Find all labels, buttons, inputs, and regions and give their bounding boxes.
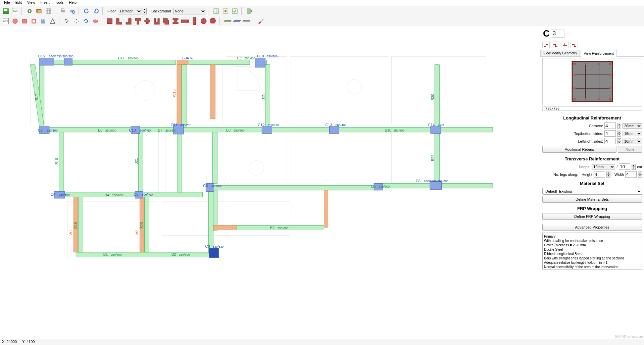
- advanced-properties-button[interactable]: Advanced Properties: [542, 224, 642, 231]
- menu-view[interactable]: View: [24, 0, 38, 6]
- menu-file[interactable]: File: [1, 0, 13, 6]
- lr-dia-select[interactable]: 16mm: [623, 139, 642, 144]
- column-rect-button[interactable]: [105, 17, 114, 26]
- define-material-button[interactable]: Define Material Sets: [542, 196, 642, 203]
- svg-text:B3: B3: [270, 226, 275, 230]
- cad-import-1[interactable]: DWG: [1, 17, 10, 26]
- floor-down[interactable]: ▼: [143, 11, 147, 14]
- material-select[interactable]: Default_Existing: [542, 188, 642, 195]
- print-button[interactable]: [58, 7, 67, 15]
- tb-dia-select[interactable]: 16mm: [623, 131, 642, 136]
- grid-button[interactable]: [44, 7, 53, 15]
- menu-edit[interactable]: Edit: [13, 0, 24, 6]
- svg-text:630/600: 630/600: [266, 55, 278, 58]
- column-i-button[interactable]: [171, 17, 180, 26]
- legs-label: No. legs along:: [553, 172, 580, 177]
- section-button[interactable]: [48, 17, 57, 26]
- cad-import-3[interactable]: [20, 17, 29, 26]
- svg-rect-44: [177, 60, 188, 65]
- svg-text:B4: B4: [105, 193, 109, 197]
- rotate-button[interactable]: [82, 17, 90, 26]
- background-select[interactable]: None: [173, 8, 206, 14]
- svg-text:630/1530/280/280: 630/1530/280/280: [49, 55, 73, 58]
- exit-button[interactable]: [245, 7, 254, 15]
- stairs-button[interactable]: [256, 17, 265, 26]
- watermark: 智森消防 zmjaxf.com: [614, 335, 643, 339]
- column-l1-button[interactable]: [115, 17, 123, 26]
- legs-h-input[interactable]: [594, 171, 605, 178]
- building-button[interactable]: [39, 17, 48, 26]
- wall-h-button[interactable]: [181, 17, 189, 26]
- info-textbox: Primary With detailing for earthquake re…: [542, 233, 642, 269]
- column-u-button[interactable]: [152, 17, 161, 26]
- svg-text:B5: B5: [371, 184, 376, 188]
- menu-insert[interactable]: Insert: [38, 0, 52, 6]
- column-z-button[interactable]: [162, 17, 170, 26]
- pointer-button[interactable]: [63, 17, 71, 26]
- section-dimensions: 750x750: [542, 106, 642, 111]
- save-button[interactable]: [1, 7, 10, 15]
- additional-rebars-button[interactable]: Additional Rebars: [542, 146, 616, 153]
- svg-point-155: [585, 63, 587, 65]
- legs-w-input[interactable]: [625, 171, 637, 178]
- new-layer-button[interactable]: [25, 7, 34, 15]
- column-l2-button[interactable]: [124, 17, 133, 26]
- none-button[interactable]: None: [618, 146, 642, 153]
- column-cross-button[interactable]: [143, 17, 152, 26]
- cad-import-4[interactable]: [30, 17, 38, 26]
- slab-button[interactable]: [223, 17, 232, 26]
- snap-grid-button[interactable]: [212, 7, 220, 15]
- svg-text:930/300: 930/300: [59, 193, 70, 196]
- svg-text:B34: B34: [182, 56, 189, 60]
- move-button[interactable]: [72, 17, 81, 26]
- redo-button[interactable]: [92, 7, 100, 15]
- section-orient-4[interactable]: [571, 42, 578, 48]
- frp-title: FRP Wrapping: [540, 206, 644, 211]
- tab-reinforcement[interactable]: View Reinforcement: [581, 50, 616, 57]
- svg-rect-57: [213, 225, 236, 230]
- drawing-canvas[interactable]: C15 630/1530/280/280 B11 250/600 B34 W B…: [0, 26, 540, 339]
- lr-input[interactable]: [604, 138, 616, 144]
- corners-input[interactable]: [604, 122, 616, 129]
- check-button[interactable]: [231, 7, 239, 15]
- svg-text:B1: B1: [103, 252, 108, 256]
- menu-help[interactable]: Help: [66, 0, 80, 6]
- snap-object-button[interactable]: [221, 7, 230, 15]
- svg-text:400/800: 400/800: [211, 184, 222, 188]
- tab-geometry[interactable]: View/Modify Geometry: [540, 50, 580, 56]
- layers-button[interactable]: [35, 7, 43, 15]
- corners-dia-select[interactable]: 20mm: [623, 123, 642, 129]
- svg-text:B29: B29: [431, 155, 435, 161]
- floor-up[interactable]: ▲: [143, 8, 147, 11]
- tb-label: Top/bottom sides:: [542, 132, 603, 136]
- element-number-input[interactable]: [552, 30, 564, 38]
- dwg-button[interactable]: DWG: [11, 7, 19, 15]
- tb-input[interactable]: [604, 130, 616, 137]
- section-orient-3[interactable]: [561, 42, 568, 48]
- floor-select[interactable]: 1st floor: [118, 8, 142, 14]
- hoops-spacing-input[interactable]: [619, 163, 630, 170]
- section-orient-2[interactable]: [552, 42, 559, 48]
- svg-point-161: [609, 74, 611, 76]
- column-t-button[interactable]: [134, 17, 142, 26]
- section-orient-1[interactable]: [542, 42, 550, 48]
- svg-rect-76: [262, 126, 272, 134]
- slab-waffle-button[interactable]: [242, 17, 251, 26]
- column-poly-button[interactable]: [209, 17, 217, 26]
- menu-tools[interactable]: Tools: [52, 0, 66, 6]
- svg-rect-2: [37, 10, 41, 13]
- hoops-dia-select[interactable]: 10mm: [592, 164, 615, 169]
- cad-import-2[interactable]: [11, 17, 19, 26]
- svg-rect-45: [177, 65, 182, 128]
- column-circle-button[interactable]: [199, 17, 208, 26]
- svg-point-162: [609, 87, 611, 89]
- undo-button[interactable]: [82, 7, 91, 15]
- mirror-button[interactable]: [91, 17, 100, 26]
- slab-ribbed-button[interactable]: [233, 17, 241, 26]
- wall-v-button[interactable]: [190, 17, 199, 26]
- print-preview-button[interactable]: [68, 7, 77, 15]
- material-title: Material Set: [540, 181, 644, 186]
- define-frp-button[interactable]: Define FRP Wrapping: [542, 213, 642, 220]
- svg-point-10: [225, 10, 227, 12]
- svg-text:W: W: [190, 57, 193, 60]
